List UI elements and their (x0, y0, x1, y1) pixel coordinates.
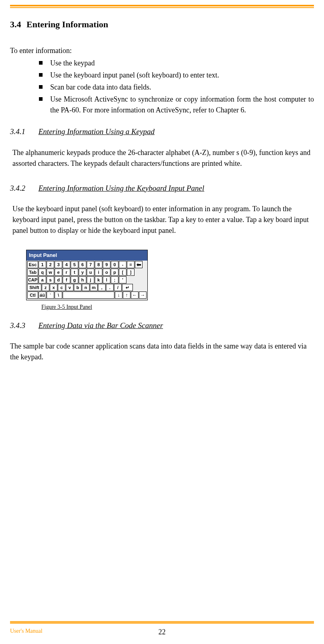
key-o[interactable]: o (103, 269, 110, 276)
key-d[interactable]: d (55, 276, 62, 283)
subsection-heading: 3.4.3 Entering Data via the Bar Code Sca… (10, 320, 314, 332)
subsection-number: 3.4.3 (10, 320, 25, 332)
key-6[interactable]: 6 (79, 261, 86, 268)
key-rbracket[interactable]: ] (127, 269, 134, 276)
list-item-text: Use the keypad (50, 59, 95, 67)
key-7[interactable]: 7 (87, 261, 94, 268)
key-9[interactable]: 9 (103, 261, 110, 268)
key-caps[interactable]: CAP (27, 276, 38, 283)
list-item-text: Use Microsoft ActiveSync to synchronize … (50, 95, 314, 114)
key-comma[interactable]: , (98, 284, 106, 291)
intro-text: To enter information: (10, 45, 314, 56)
key-minus[interactable]: - (119, 261, 126, 268)
key-n[interactable]: n (82, 284, 90, 291)
key-b[interactable]: b (74, 284, 82, 291)
key-s[interactable]: s (47, 276, 54, 283)
subsection-heading: 3.4.1 Entering Information Using a Keypa… (10, 126, 314, 138)
input-panel-titlebar: Input Panel (26, 250, 147, 261)
key-z[interactable]: z (42, 284, 49, 291)
kb-row-3: CAP a s d f g h j k l ; ' (27, 276, 147, 283)
key-q[interactable]: q (39, 269, 46, 276)
subsection-title: Entering Information Using a Keypad (39, 127, 155, 136)
subsection-body: The alphanumeric keypads produce the 26-… (12, 147, 312, 169)
section-number: 3.4 (10, 19, 21, 29)
key-p[interactable]: p (111, 269, 118, 276)
list-item-text: Scan bar code data into data fields. (50, 83, 151, 91)
key-f[interactable]: f (63, 276, 70, 283)
subsection-title: Entering Data via the Bar Code Scanner (39, 321, 163, 330)
key-equals[interactable]: = (127, 261, 134, 268)
footer-rule-thick (10, 622, 314, 624)
subsection-body: The sample bar code scanner application … (10, 341, 312, 363)
header-rule-thin (10, 7, 314, 8)
section-heading: 3.4 Entering Information (10, 18, 314, 31)
key-space[interactable] (63, 291, 114, 299)
kb-row-4: Shift z x c v b n m , . / ↵ (27, 284, 147, 291)
key-slash[interactable]: / (114, 284, 122, 291)
subsection-body: Use the keyboard input panel (soft keybo… (12, 204, 312, 236)
list-item-text: Use the keyboard input panel (soft keybo… (50, 71, 219, 79)
kb-row-2: Tab q w e r t y u i o p [ ] (27, 269, 147, 276)
key-backtick[interactable]: ` (47, 291, 54, 299)
key-apostrophe[interactable]: ' (119, 276, 126, 283)
key-tab[interactable]: Tab (27, 269, 38, 276)
key-1[interactable]: 1 (39, 261, 46, 268)
header-rule-thick (10, 5, 314, 6)
bullet-list: Use the keypad Use the keyboard input pa… (10, 58, 314, 116)
list-item: Use the keyboard input panel (soft keybo… (39, 70, 314, 81)
key-m[interactable]: m (90, 284, 98, 291)
page-number: 22 (159, 627, 166, 638)
key-esc[interactable]: Esc (27, 261, 38, 268)
key-c[interactable]: c (58, 284, 65, 291)
subsection-title: Entering Information Using the Keyboard … (39, 184, 204, 192)
key-backspace[interactable]: ⬅ (135, 261, 143, 268)
list-item: Use the keypad (39, 58, 314, 69)
key-g[interactable]: g (71, 276, 78, 283)
subsection-number: 3.4.1 (10, 126, 25, 138)
key-0[interactable]: 0 (111, 261, 118, 268)
subsection-number: 3.4.2 (10, 183, 25, 194)
kb-row-1: Esc 1 2 3 4 5 6 7 8 9 0 - = ⬅ (27, 261, 147, 268)
page-footer: User's Manual 22 (0, 621, 324, 635)
footer-doc-title: User's Manual (10, 627, 43, 635)
key-y[interactable]: y (79, 269, 86, 276)
soft-keyboard: Esc 1 2 3 4 5 6 7 8 9 0 - = ⬅ Tab (26, 261, 147, 300)
key-t[interactable]: t (71, 269, 78, 276)
key-intl[interactable]: áü (39, 291, 46, 299)
key-ctrl[interactable]: Ctl (27, 291, 38, 299)
key-8[interactable]: 8 (95, 261, 102, 268)
key-v[interactable]: v (66, 284, 73, 291)
figure-caption: Figure 3-5 Input Panel (41, 303, 314, 311)
key-lbracket[interactable]: [ (119, 269, 126, 276)
key-semicolon[interactable]: ; (111, 276, 118, 283)
key-2[interactable]: 2 (47, 261, 54, 268)
key-a[interactable]: a (39, 276, 46, 283)
key-j[interactable]: j (87, 276, 94, 283)
key-x[interactable]: x (50, 284, 57, 291)
figure-input-panel: Input Panel Esc 1 2 3 4 5 6 7 8 9 0 - = … (26, 250, 314, 311)
section-title: Entering Information (26, 19, 108, 29)
key-h[interactable]: h (79, 276, 86, 283)
key-i[interactable]: i (95, 269, 102, 276)
key-backslash[interactable]: \ (55, 291, 62, 299)
key-u[interactable]: u (87, 269, 94, 276)
key-3[interactable]: 3 (55, 261, 62, 268)
key-5[interactable]: 5 (71, 261, 78, 268)
subsection-heading: 3.4.2 Entering Information Using the Key… (10, 183, 314, 194)
key-shift[interactable]: Shift (27, 284, 41, 291)
key-e[interactable]: e (55, 269, 62, 276)
input-panel-window: Input Panel Esc 1 2 3 4 5 6 7 8 9 0 - = … (26, 250, 148, 300)
key-w[interactable]: w (47, 269, 54, 276)
list-item: Scan bar code data into data fields. (39, 82, 314, 93)
key-arrow-up[interactable]: ↑ (123, 291, 130, 299)
list-item: Use Microsoft ActiveSync to synchronize … (39, 94, 314, 116)
key-k[interactable]: k (95, 276, 102, 283)
key-4[interactable]: 4 (63, 261, 70, 268)
key-r[interactable]: r (63, 269, 70, 276)
key-arrow-right[interactable]: → (139, 291, 147, 299)
key-l[interactable]: l (103, 276, 110, 283)
key-arrow-left[interactable]: ← (131, 291, 139, 299)
key-arrow-down[interactable]: ↓ (115, 291, 122, 299)
key-period[interactable]: . (106, 284, 114, 291)
key-enter[interactable]: ↵ (122, 284, 133, 291)
